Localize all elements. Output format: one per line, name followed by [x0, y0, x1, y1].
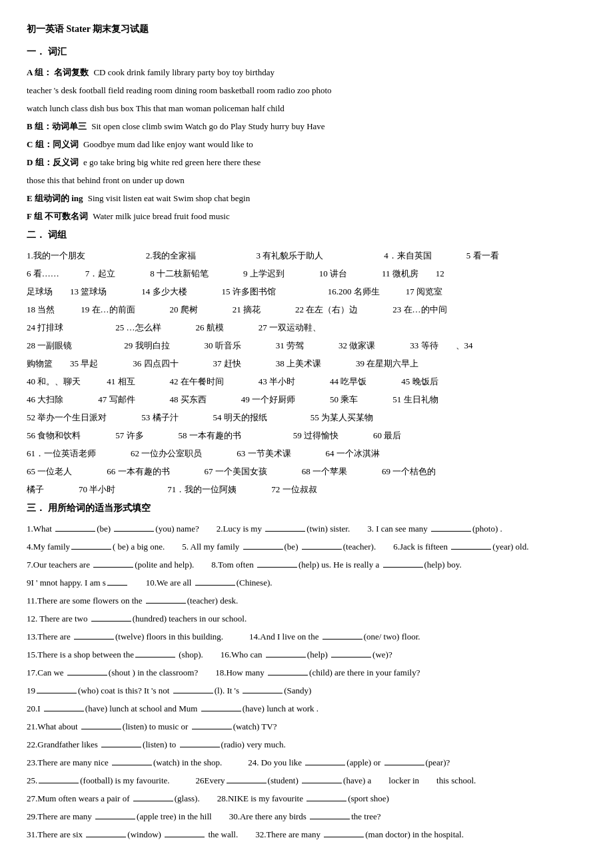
group-b-label: B 组：动词单三 [27, 121, 87, 131]
group-c-label: C 组：同义词 [27, 139, 79, 149]
fill-blank-section: 1.What (be) (you) name? 2.Lucy is my (tw… [27, 520, 586, 843]
group-a-words: CD cook drink family library party boy t… [93, 67, 275, 77]
group-f-words: Water milk juice bread fruit food music [93, 211, 229, 221]
group-d-words2: those this that behind front on under up… [27, 175, 185, 185]
section1-header: 一． 词汇 [27, 43, 586, 61]
section3-header: 三． 用所给词的适当形式填空 [27, 499, 586, 518]
group-a-label: A 组： 名词复数 [27, 67, 89, 77]
vocab-section: A 组： 名词复数 CD cook drink family library p… [27, 64, 586, 225]
group-b-words: Sit open close climb swim Watch go do Pl… [91, 121, 324, 131]
group-a-words2: teacher 's desk football field reading r… [27, 85, 332, 95]
group-c-words: Goodbye mum dad like enjoy want would li… [83, 139, 253, 149]
group-e-label: E 组动词的 ing [27, 193, 83, 203]
group-f-label: F 组 不可数名词 [27, 211, 88, 221]
phrases-section: 1.我的一个朋友 2.我的全家福 3 有礼貌乐于助人 4．来自英国 5 看一看 … [27, 247, 586, 498]
group-e-words: Sing visit listen eat wait Swim shop cha… [88, 193, 250, 203]
group-d-words: e go take bring big white red green here… [83, 157, 261, 167]
page-title: 初一英语 Stater 期末复习试题 [27, 20, 586, 39]
section2-header: 二． 词组 [27, 226, 586, 244]
group-d-label: D 组：反义词 [27, 157, 79, 167]
group-a-words3: watch lunch class dish bus box This that… [27, 103, 285, 113]
